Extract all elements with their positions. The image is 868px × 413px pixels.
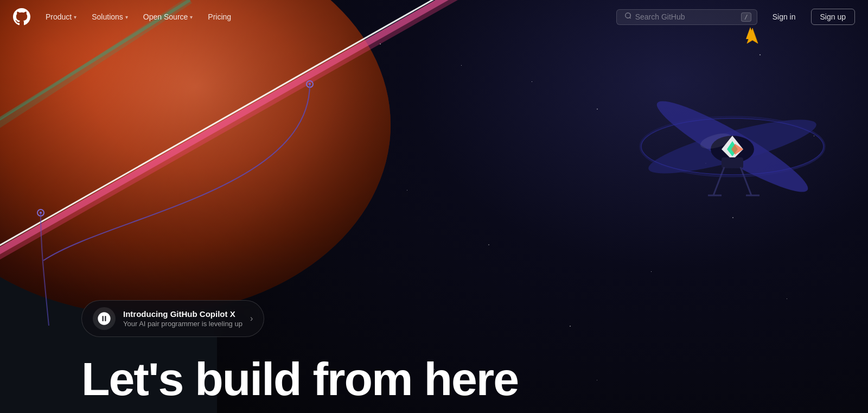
- nav-product-label: Product: [46, 12, 72, 21]
- nav-item-pricing[interactable]: Pricing: [201, 9, 238, 24]
- search-input[interactable]: [635, 12, 737, 21]
- svg-line-17: [713, 167, 724, 195]
- nav-item-product[interactable]: Product ▾: [39, 9, 83, 24]
- announcement-banner[interactable]: Introducing GitHub Copilot X Your AI pai…: [81, 300, 264, 337]
- search-shortcut: /: [741, 12, 751, 22]
- signup-button[interactable]: Sign up: [811, 9, 855, 25]
- nav-solutions-label: Solutions: [92, 12, 123, 21]
- copilot-icon: [97, 311, 112, 326]
- navbar: Product ▾ Solutions ▾ Open Source ▾ Pric…: [0, 0, 868, 34]
- chevron-down-icon: ▾: [125, 14, 128, 20]
- search-icon: [622, 12, 631, 21]
- nav-item-solutions[interactable]: Solutions ▾: [85, 9, 135, 24]
- chevron-down-icon: ▾: [190, 14, 193, 20]
- chevron-down-icon: ▾: [74, 14, 76, 20]
- nav-links: Product ▾ Solutions ▾ Open Source ▾ Pric…: [39, 9, 616, 24]
- signin-button[interactable]: Sign in: [764, 9, 805, 24]
- hero-headline: Let's build from here: [81, 355, 518, 402]
- github-logo[interactable]: [13, 8, 30, 26]
- copilot-icon-wrapper: [93, 307, 116, 330]
- nav-pricing-label: Pricing: [208, 12, 231, 21]
- drone-image: [629, 71, 835, 244]
- announcement-arrow-icon: ›: [250, 314, 253, 323]
- announcement-subtitle: Your AI pair programmer is leveling up: [123, 320, 242, 328]
- search-box[interactable]: /: [616, 9, 757, 25]
- announcement-title: Introducing GitHub Copilot X: [123, 309, 242, 319]
- nav-right: / Sign in Sign up: [616, 9, 855, 25]
- nav-opensource-label: Open Source: [143, 12, 188, 21]
- announcement-text: Introducing GitHub Copilot X Your AI pai…: [123, 309, 242, 328]
- nav-item-opensource[interactable]: Open Source ▾: [137, 9, 200, 24]
- svg-rect-16: [722, 157, 743, 168]
